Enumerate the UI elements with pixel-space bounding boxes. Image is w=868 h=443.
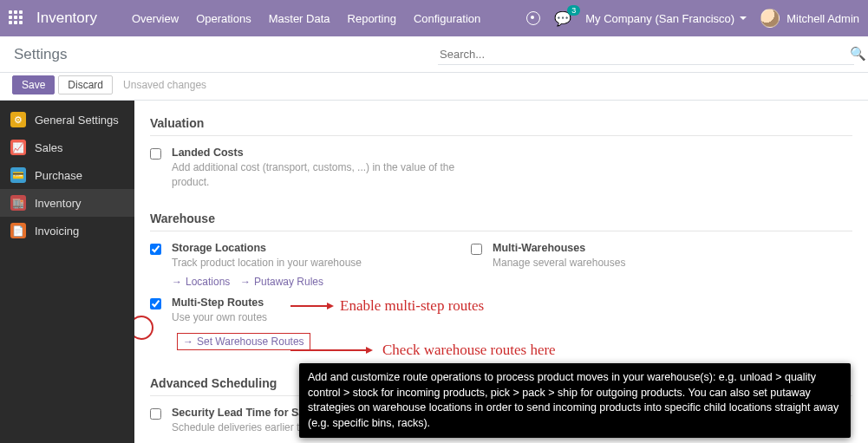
security-lead-sales-checkbox[interactable] <box>150 408 161 420</box>
storage-locations-desc: Track product location in your warehouse <box>172 256 362 270</box>
sidebar-item-label: Inventory <box>35 197 81 210</box>
locations-link[interactable]: →Locations <box>172 276 230 288</box>
tooltip: Add and customize route operations to pr… <box>299 363 851 438</box>
menu-configuration[interactable]: Configuration <box>414 12 480 25</box>
sidebar-item-label: Sales <box>35 141 63 154</box>
apps-icon[interactable] <box>9 10 24 26</box>
landed-costs-label: Landed Costs <box>172 147 457 159</box>
save-button[interactable]: Save <box>12 75 55 94</box>
page-title: Settings <box>14 46 67 63</box>
menu-reporting[interactable]: Reporting <box>348 12 396 25</box>
app-brand[interactable]: Inventory <box>36 10 97 27</box>
avatar <box>760 9 780 28</box>
sidebar-item-purchase[interactable]: 💳Purchase <box>0 161 134 189</box>
menu-overview[interactable]: Overview <box>132 12 179 25</box>
search-icon[interactable]: 🔍 <box>850 46 866 62</box>
sidebar-item-inventory[interactable]: 🏬Inventory <box>0 189 134 217</box>
chat-badge: 3 <box>567 5 580 16</box>
set-warehouse-routes-link[interactable]: →Set Warehouse Routes <box>177 333 310 350</box>
sub-navbar: Settings 🔍 <box>0 36 868 73</box>
sidebar-item-sales[interactable]: 📈Sales <box>0 134 134 161</box>
card-icon: 💳 <box>10 167 26 183</box>
multi-warehouses-desc: Manage several warehouses <box>493 256 625 270</box>
multi-step-routes-checkbox[interactable] <box>150 298 161 309</box>
arrow-right-icon: → <box>172 276 182 288</box>
multi-step-routes-desc: Use your own routes <box>172 310 310 325</box>
search-input[interactable] <box>438 44 854 65</box>
landed-costs-desc: Add additional cost (transport, customs,… <box>172 160 457 191</box>
settings-sidebar: ⚙General Settings 📈Sales 💳Purchase 🏬Inve… <box>0 101 134 443</box>
discard-button[interactable]: Discard <box>58 75 113 94</box>
main-menu: Overview Operations Master Data Reportin… <box>132 12 480 25</box>
user-name: Mitchell Admin <box>786 12 859 25</box>
sidebar-item-invoicing[interactable]: 📄Invoicing <box>0 217 134 244</box>
box-icon: 🏬 <box>10 195 26 211</box>
user-menu[interactable]: Mitchell Admin <box>760 9 859 28</box>
multi-warehouses-checkbox[interactable] <box>471 244 482 255</box>
sidebar-item-general[interactable]: ⚙General Settings <box>0 106 134 134</box>
gear-icon: ⚙ <box>10 112 26 127</box>
target-icon[interactable] <box>526 11 540 25</box>
action-bar: Save Discard Unsaved changes <box>0 73 868 101</box>
company-selector[interactable]: My Company (San Francisco) <box>585 12 747 25</box>
multi-step-routes-label: Multi-Step Routes <box>172 296 310 309</box>
storage-locations-checkbox[interactable] <box>150 244 161 255</box>
chat-icon[interactable]: 💬3 <box>554 10 571 27</box>
company-name: My Company (San Francisco) <box>585 12 734 25</box>
sidebar-item-label: Invoicing <box>35 225 79 238</box>
arrow-right-icon: → <box>183 336 193 348</box>
menu-operations[interactable]: Operations <box>196 12 251 25</box>
multi-warehouses-label: Multi-Warehouses <box>493 242 625 254</box>
sidebar-item-label: Purchase <box>35 169 82 182</box>
unsaved-indicator: Unsaved changes <box>123 79 206 91</box>
chevron-down-icon <box>740 16 747 20</box>
chart-icon: 📈 <box>10 140 26 155</box>
settings-content: Valuation Landed Costs Add additional co… <box>134 101 868 443</box>
putaway-rules-link[interactable]: →Putaway Rules <box>240 276 323 288</box>
landed-costs-checkbox[interactable] <box>150 148 161 160</box>
section-valuation-title: Valuation <box>150 109 852 136</box>
invoice-icon: 📄 <box>10 223 26 238</box>
sidebar-item-label: General Settings <box>35 114 119 127</box>
section-warehouse-title: Warehouse <box>150 205 852 231</box>
arrow-right-icon: → <box>240 276 251 288</box>
storage-locations-label: Storage Locations <box>172 242 362 254</box>
menu-master-data[interactable]: Master Data <box>269 12 330 25</box>
top-navbar: Inventory Overview Operations Master Dat… <box>0 0 868 36</box>
